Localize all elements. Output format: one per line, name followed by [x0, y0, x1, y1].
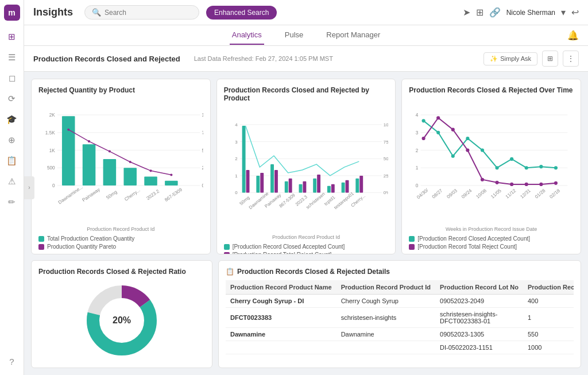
row1-lot: 09052023-2049	[435, 295, 523, 308]
top-navigation: Insights 🔍 Enhanced Search ➤ ⊞ 🔗 Nicole …	[24, 0, 588, 25]
user-chevron-icon[interactable]: ▾	[561, 7, 566, 18]
simply-ask-icon: ✨	[490, 55, 498, 63]
chart1-title: Rejected Quantity by Product	[38, 86, 203, 94]
row1-product-id: Cherry Cough Syrup	[336, 295, 435, 308]
nav-grid-icon[interactable]: ⊞	[476, 7, 483, 18]
chart3-area: 4 3 2 1 0	[409, 99, 574, 225]
chart2-color-teal	[224, 244, 230, 250]
tab-analytics[interactable]: Analytics	[230, 26, 264, 45]
chart2-legend-2: [Production Record Total Reject Count]	[224, 252, 389, 254]
svg-rect-52	[270, 164, 274, 192]
svg-text:867-5309: 867-5309	[164, 187, 183, 202]
row4-lot: DI-05022023-1151	[435, 341, 523, 354]
svg-text:0: 0	[235, 191, 238, 196]
svg-rect-51	[260, 173, 264, 193]
svg-text:1K: 1K	[49, 148, 56, 153]
svg-rect-50	[256, 176, 260, 193]
app-logo[interactable]: m	[4, 5, 20, 21]
table-title: 📋 Production Records Closed & Rejected D…	[226, 268, 574, 276]
svg-text:08/27: 08/27	[431, 188, 444, 199]
svg-point-25	[149, 169, 152, 172]
legend-color-teal	[38, 236, 44, 242]
legend-item: Total Production Creation Quantity	[38, 235, 203, 242]
svg-point-100	[496, 181, 499, 184]
svg-point-89	[481, 148, 484, 152]
sidebar-icon-window[interactable]: ◻	[3, 69, 21, 87]
nav-link-icon[interactable]: 🔗	[489, 7, 501, 18]
svg-point-21	[67, 129, 69, 131]
sidebar-icon-alert[interactable]: ⚠	[3, 172, 21, 191]
row3-lot: 09052023-1305	[435, 328, 523, 341]
chart3-label-2: [Production Record Total Reject Count]	[417, 243, 517, 250]
chart2-svg: 4 3 2 1 0 100% 75% 50% 25% 0%	[224, 107, 389, 233]
svg-rect-54	[284, 181, 288, 193]
svg-point-26	[170, 173, 172, 176]
chart3-legend: [Production Record Closed Accepted Count…	[409, 235, 574, 250]
search-icon: 🔍	[92, 8, 101, 17]
legend-label-2: Production Quantity Pareto	[47, 243, 116, 250]
svg-rect-15	[62, 116, 75, 185]
row2-name: DFCT0023383	[226, 308, 336, 328]
chart3-xlabel: Weeks in Production Record Issue Date	[409, 226, 574, 232]
nav-signout-icon[interactable]: ↩	[571, 7, 579, 18]
chart2-area: 4 3 2 1 0 100% 75% 50% 25% 0%	[224, 107, 389, 233]
svg-text:3: 3	[416, 130, 419, 136]
refresh-info: Last Data Refreshed: Feb 27, 2024 1:05 P…	[194, 55, 333, 62]
app-title: Insights	[33, 6, 73, 18]
sidebar-icon-grid[interactable]: ⊞	[3, 28, 21, 46]
svg-text:1: 1	[235, 173, 237, 179]
user-name[interactable]: Nicole Sherman	[506, 9, 555, 17]
svg-point-101	[510, 183, 513, 186]
svg-point-87	[451, 154, 455, 158]
svg-rect-64	[355, 179, 359, 193]
table-row: Dawnamine Dawnamine 09052023-1305 550	[226, 328, 574, 341]
svg-rect-65	[359, 176, 363, 193]
sidebar-icon-docs[interactable]: 📋	[3, 152, 21, 170]
enhanced-search-button[interactable]: Enhanced Search	[206, 6, 277, 20]
svg-text:2: 2	[416, 148, 419, 153]
svg-text:0: 0	[52, 183, 55, 188]
row3-val: 550	[523, 328, 574, 341]
sidebar-icon-edit[interactable]: ✏	[3, 193, 21, 211]
row2-product-id: schristesen-insights	[336, 308, 435, 328]
chart-over-time: Production Records Closed & Rejected Ove…	[401, 79, 581, 254]
row2-val: 1	[523, 308, 574, 328]
svg-text:25%: 25%	[383, 173, 388, 179]
row4-name	[226, 341, 336, 354]
search-input[interactable]	[105, 9, 179, 17]
svg-point-22	[88, 140, 90, 142]
sidebar-collapse-handle[interactable]: ›	[24, 176, 34, 199]
simply-ask-label: Simply Ask	[500, 55, 531, 62]
chart3-svg: 4 3 2 1 0	[409, 99, 574, 225]
table-row: DI-05022023-1151 1000	[226, 341, 574, 354]
svg-point-99	[481, 178, 484, 181]
tab-pulse[interactable]: Pulse	[283, 26, 306, 45]
svg-rect-17	[103, 159, 117, 185]
sidebar-icon-refresh[interactable]: ⟳	[3, 90, 21, 108]
more-options-button[interactable]: ⋮	[563, 51, 579, 67]
tab-report-manager[interactable]: Report Manager	[324, 26, 382, 45]
svg-text:100%: 100%	[202, 113, 203, 118]
svg-text:3: 3	[235, 140, 238, 145]
bell-icon[interactable]: 🔔	[567, 30, 579, 41]
row3-product-id: Dawnamine	[336, 328, 435, 341]
svg-text:50%: 50%	[383, 156, 388, 161]
row1-val: 400	[523, 295, 574, 308]
sidebar-icon-help[interactable]: ?	[3, 352, 21, 370]
donut-svg: 20%	[38, 280, 205, 361]
svg-rect-57	[303, 181, 306, 193]
svg-text:04/30/: 04/30/	[416, 187, 430, 200]
svg-text:0%: 0%	[383, 191, 388, 196]
svg-rect-53	[274, 170, 278, 193]
simply-ask-button[interactable]: ✨ Simply Ask	[483, 52, 537, 65]
sidebar-icon-menu[interactable]: ☰	[3, 48, 21, 67]
grid-view-button[interactable]: ⊞	[542, 51, 558, 67]
chart-ratio-donut: Production Records Closed & Rejected Rat…	[31, 260, 212, 368]
svg-text:867-5309: 867-5309	[278, 192, 296, 209]
nav-arrow-icon[interactable]: ➤	[463, 7, 470, 18]
svg-text:11/05: 11/05	[490, 188, 503, 199]
sidebar-icon-add[interactable]: ⊕	[3, 131, 21, 149]
svg-point-88	[466, 137, 470, 140]
svg-text:testarepo01: testarepo01	[333, 191, 355, 211]
sidebar-icon-learn[interactable]: 🎓	[3, 110, 21, 129]
